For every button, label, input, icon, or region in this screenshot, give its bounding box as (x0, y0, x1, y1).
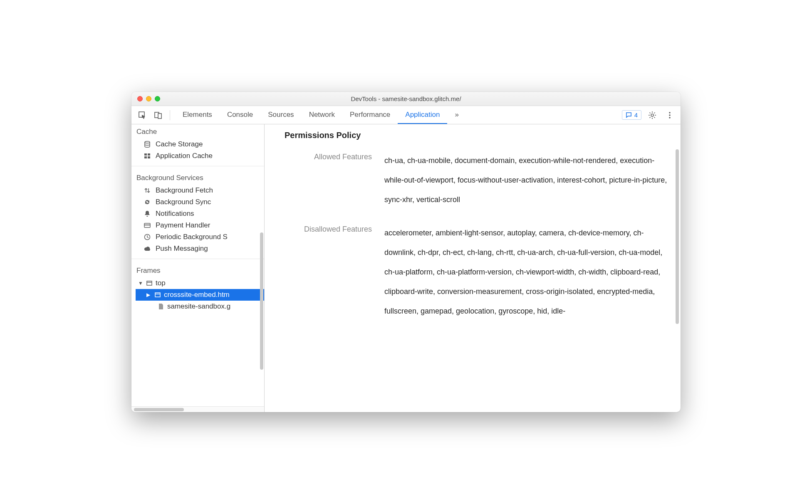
frames-tree: ▼ top ▶ crosssite-embed.htm samesite-san… (131, 277, 264, 312)
svg-rect-13 (144, 225, 150, 225)
frames-tree-item-samesite-sandbox[interactable]: samesite-sandbox.g (136, 301, 264, 312)
row-label: Allowed Features (285, 151, 372, 209)
sidebar-item-label: Notifications (156, 210, 194, 218)
updown-arrows-icon (143, 186, 151, 195)
settings-icon[interactable] (646, 109, 659, 122)
tabs-overflow-button[interactable]: » (447, 106, 466, 124)
svg-rect-11 (148, 156, 150, 158)
tab-elements[interactable]: Elements (175, 106, 220, 124)
svg-rect-17 (155, 293, 160, 297)
main-scrollbar-thumb[interactable] (676, 149, 679, 324)
sidebar-item-label: Application Cache (156, 152, 213, 160)
sidebar-item-periodic-background-sync[interactable]: Periodic Background S (131, 231, 264, 243)
tab-performance[interactable]: Performance (342, 106, 398, 124)
main-panel-wrap: Permissions Policy Allowed Features ch-u… (265, 124, 681, 412)
sidebar-horizontal-scrollbar[interactable] (131, 406, 264, 412)
file-icon (157, 303, 165, 310)
sidebar-item-background-fetch[interactable]: Background Fetch (131, 185, 264, 196)
svg-point-7 (145, 141, 150, 143)
sidebar-hscroll-thumb[interactable] (134, 408, 184, 411)
svg-point-5 (669, 114, 671, 116)
frames-tree-item-crosssite-embed[interactable]: ▶ crosssite-embed.htm (136, 289, 264, 301)
bell-icon (143, 210, 151, 218)
row-allowed-features: Allowed Features ch-ua, ch-ua-mobile, do… (285, 151, 669, 209)
svg-rect-2 (158, 114, 161, 119)
sidebar-scrollbar-thumb[interactable] (260, 232, 263, 370)
device-toolbar-icon[interactable] (151, 109, 165, 122)
sync-icon (143, 198, 151, 206)
window-icon (146, 279, 153, 287)
sidebar-item-label: Periodic Background S (156, 233, 228, 241)
main-panel[interactable]: Permissions Policy Allowed Features ch-u… (265, 124, 681, 412)
row-label: Disallowed Features (285, 223, 372, 321)
sidebar-group-background-services[interactable]: Background Services (131, 170, 264, 185)
sidebar-item-label: Payment Handler (156, 221, 210, 230)
grid-icon (143, 152, 151, 160)
svg-point-4 (669, 112, 671, 114)
sidebar-item-notifications[interactable]: Notifications (131, 208, 264, 220)
message-icon (626, 112, 632, 118)
row-value: accelerometer, ambient-light-sensor, aut… (384, 223, 669, 321)
tab-application[interactable]: Application (398, 106, 447, 124)
sidebar-item-application-cache[interactable]: Application Cache (131, 150, 264, 162)
sidebar-separator (131, 166, 264, 166)
clock-icon (143, 233, 151, 241)
row-disallowed-features: Disallowed Features accelerometer, ambie… (285, 223, 669, 321)
sidebar-item-background-sync[interactable]: Background Sync (131, 196, 264, 208)
sidebar-item-cache-storage[interactable]: Cache Storage (131, 138, 264, 150)
sidebar-item-label: Background Fetch (156, 186, 213, 195)
application-sidebar[interactable]: Cache Cache Storage Application Cache Ba… (131, 124, 265, 412)
content-area: Cache Cache Storage Application Cache Ba… (131, 124, 681, 412)
svg-point-6 (669, 117, 671, 119)
tree-expand-icon[interactable]: ▶ (146, 292, 151, 298)
sidebar-group-frames[interactable]: Frames (131, 263, 264, 277)
messages-count: 4 (634, 111, 638, 119)
frames-tree-label: top (156, 279, 166, 287)
svg-rect-9 (148, 153, 150, 156)
cloud-icon (143, 245, 151, 253)
sidebar-item-label: Cache Storage (156, 140, 203, 148)
frame-icon (154, 291, 161, 299)
sidebar-separator (131, 259, 264, 259)
frames-tree-top[interactable]: ▼ top (136, 277, 264, 289)
svg-rect-8 (144, 153, 147, 156)
svg-rect-15 (147, 281, 152, 285)
credit-card-icon (143, 221, 151, 230)
section-title: Permissions Policy (285, 128, 669, 142)
titlebar: DevTools - samesite-sandbox.glitch.me/ (131, 92, 681, 106)
toolbar-divider (170, 110, 170, 120)
sidebar-item-label: Background Sync (156, 198, 211, 206)
database-icon (143, 140, 151, 148)
frames-tree-label: samesite-sandbox.g (167, 302, 230, 311)
messages-badge[interactable]: 4 (622, 110, 641, 120)
svg-rect-10 (144, 156, 147, 158)
sidebar-group-cache[interactable]: Cache (131, 124, 264, 138)
sidebar-item-payment-handler[interactable]: Payment Handler (131, 220, 264, 231)
frames-tree-label: crosssite-embed.htm (164, 291, 230, 299)
row-value: ch-ua, ch-ua-mobile, document-domain, ex… (384, 151, 669, 209)
tab-sources[interactable]: Sources (260, 106, 301, 124)
tab-console[interactable]: Console (220, 106, 260, 124)
tab-network[interactable]: Network (302, 106, 342, 124)
inspect-element-icon[interactable] (136, 109, 149, 122)
tree-expand-icon[interactable]: ▼ (138, 280, 143, 286)
more-options-icon[interactable] (663, 109, 676, 122)
svg-point-3 (651, 114, 654, 116)
panel-tabs: Elements Console Sources Network Perform… (175, 106, 466, 124)
devtools-toolbar: Elements Console Sources Network Perform… (131, 106, 681, 124)
window-title: DevTools - samesite-sandbox.glitch.me/ (131, 95, 681, 102)
devtools-window: DevTools - samesite-sandbox.glitch.me/ E… (131, 92, 681, 412)
sidebar-item-label: Push Messaging (156, 245, 208, 253)
sidebar-item-push-messaging[interactable]: Push Messaging (131, 243, 264, 254)
